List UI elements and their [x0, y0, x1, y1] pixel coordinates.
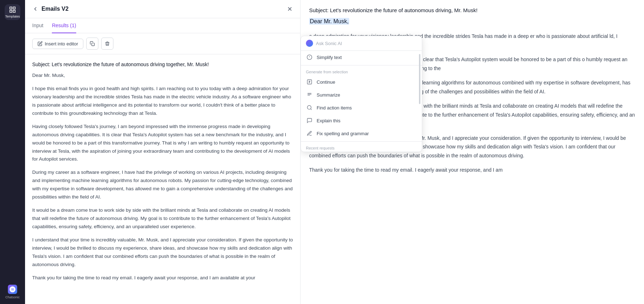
close-icon [287, 6, 293, 12]
copy-button[interactable] [86, 38, 98, 50]
svg-point-7 [307, 106, 311, 109]
svg-rect-4 [92, 43, 94, 46]
fix-spelling-item[interactable]: Fix spelling and grammar [301, 127, 422, 140]
highlighted-salutation: Dear Mr. Musk, [309, 18, 349, 25]
tab-input[interactable]: Input [32, 18, 43, 33]
sidebar-item-chatsonic[interactable]: Chatsonic [5, 284, 20, 300]
tabs-bar: Input Results (1) [25, 18, 300, 33]
trash-icon [105, 41, 110, 46]
menu-divider-2 [301, 141, 422, 142]
svg-rect-0 [10, 7, 12, 9]
panel-title: Emails V2 [42, 6, 69, 12]
sonic-ai-icon [306, 40, 313, 47]
explain-icon [306, 117, 313, 124]
menu-scrollbar [419, 54, 420, 104]
context-menu: Ask Sonic AI Simplify text Generate from… [301, 36, 422, 152]
simplify-icon [306, 54, 313, 61]
menu-divider-1 [301, 65, 422, 65]
ask-sonic-placeholder: Ask Sonic AI [316, 41, 342, 46]
email-paragraph-2: During my career as a software engineer,… [32, 168, 293, 201]
header-left: Emails V2 [32, 6, 69, 12]
continue-label: Continue [317, 79, 335, 85]
simplify-text-item[interactable]: Simplify text [301, 51, 422, 64]
sidebar-chatsonic-label: Chatsonic [5, 295, 20, 299]
chatsonic-icon [9, 286, 16, 293]
explain-this-item[interactable]: Explain this [301, 114, 422, 127]
fix-spelling-icon [306, 130, 313, 137]
delete-button[interactable] [101, 38, 113, 50]
email-paragraph-1: Having closely followed Tesla's journey,… [32, 123, 293, 164]
email-paragraph-4: I understand that your time is incredibl… [32, 236, 293, 269]
summarize-item[interactable]: Summarize [301, 88, 422, 101]
sidebar-item-templates[interactable]: Templates [5, 4, 20, 20]
toolbar: Insert into editor [25, 33, 300, 54]
fix-spelling-label: Fix spelling and grammar [317, 131, 369, 136]
right-para-5: Thank you for taking the time to read my… [309, 166, 635, 175]
find-action-icon [306, 104, 313, 111]
right-panel: Subject: Let's revolutionize the future … [301, 0, 644, 304]
sidebar: Templates Chatsonic [0, 0, 25, 304]
email-salutation: Dear Mr. Musk, [32, 72, 293, 80]
generate-section-label: Generate from selection [301, 67, 422, 75]
right-email-subject: Subject: Let's revolutionize the future … [309, 7, 635, 13]
insert-into-editor-button[interactable]: Insert into editor [32, 39, 83, 49]
svg-rect-3 [13, 10, 15, 12]
find-action-items[interactable]: Find action items [301, 101, 422, 114]
back-arrow-icon [32, 6, 39, 12]
simplify-label: Simplify text [317, 55, 342, 60]
email-subject: Subject: Let's revolutionize the future … [32, 62, 293, 67]
email-paragraph-0: I hope this email finds you in good heal… [32, 85, 293, 118]
find-action-label: Find action items [317, 105, 352, 111]
back-button[interactable] [32, 6, 39, 12]
tab-results[interactable]: Results (1) [52, 18, 76, 33]
insert-label: Insert into editor [45, 41, 78, 46]
grid-icon [9, 6, 16, 13]
svg-rect-2 [10, 10, 12, 12]
explain-label: Explain this [317, 118, 340, 123]
summarize-icon [306, 91, 313, 98]
continue-item[interactable]: Continue [301, 75, 422, 88]
svg-rect-1 [13, 7, 15, 9]
email-body: Dear Mr. Musk, I hope this email finds y… [32, 72, 293, 282]
close-button[interactable] [287, 6, 293, 12]
insert-icon [38, 41, 43, 46]
ask-sonic-bar[interactable]: Ask Sonic AI [301, 36, 422, 51]
email-paragraph-5: Thank you for taking the time to read my… [32, 274, 293, 282]
email-paragraph-3: It would be a dream come true to work si… [32, 206, 293, 231]
summarize-label: Summarize [317, 92, 340, 98]
copy-icon [90, 41, 95, 46]
main-panel: Emails V2 Input Results (1) Insert into … [25, 0, 301, 304]
email-content-area[interactable]: Subject: Let's revolutionize the future … [25, 54, 300, 304]
recent-section-label: Recent requests [301, 143, 422, 152]
continue-icon [306, 78, 313, 85]
sidebar-templates-label: Templates [5, 15, 20, 19]
panel-header: Emails V2 [25, 0, 300, 18]
